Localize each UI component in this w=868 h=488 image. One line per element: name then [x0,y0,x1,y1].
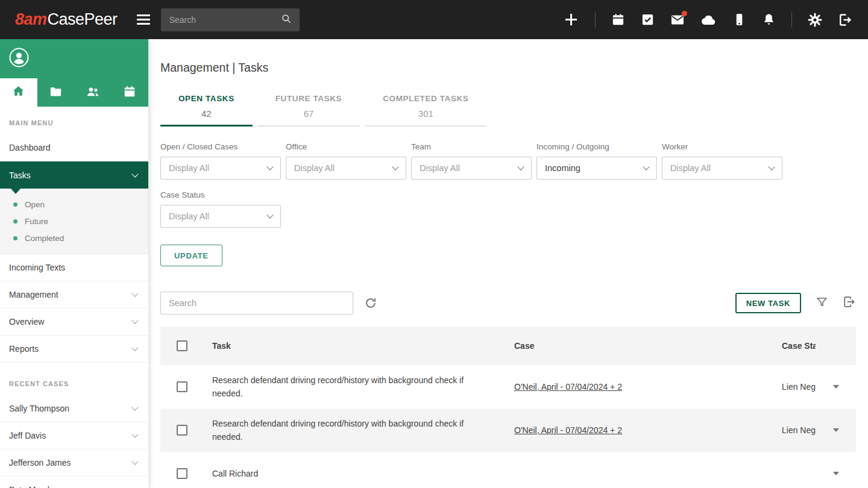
recent-case-sally-thompson[interactable]: Sally Thompson [0,395,148,422]
recent-case-pete-marsh[interactable]: Pete Marsh [0,477,148,488]
recent-case-jeff-davis[interactable]: Jeff Davis [0,422,148,449]
row-checkbox[interactable] [177,468,187,479]
chevron-down-icon [392,163,398,170]
case-status-cell: Lien Negotiation [782,382,816,392]
list-toolbar: NEW TASK [160,292,856,314]
mail-notification-dot [682,11,687,16]
header-case: Case [514,341,782,351]
app-logo[interactable]: 8am CasePeer [15,10,118,29]
tasks-check-icon[interactable] [641,13,655,27]
recent-case-label: Sally Thompson [9,404,69,413]
table-row: Research defendant driving record/histor… [160,408,856,452]
row-checkbox[interactable] [177,381,187,392]
chevron-down-icon [131,404,138,410]
task-search-input[interactable] [160,292,353,314]
bell-icon[interactable] [762,13,776,27]
global-search-input[interactable] [168,14,280,25]
select-all-checkbox[interactable] [177,340,187,351]
sidebar-item-label: Incoming Texts [9,263,65,272]
sidebar-item-overview[interactable]: Overview [0,308,148,336]
filter-incoming-outgoing: Incoming / Outgoing Incoming [536,142,657,180]
bullet-dot-icon [13,202,17,207]
contacts-nav[interactable] [74,78,112,107]
new-task-button[interactable]: NEW TASK [735,293,801,313]
sidebar-quick-nav [0,78,148,107]
tab-open-tasks[interactable]: OPEN TASKS 42 [160,89,253,127]
select-value: Display All [670,163,711,173]
filter-label: Incoming / Outgoing [536,142,657,151]
divider [791,12,792,28]
case-cell: O'Neil, April - 07/04/2024 + 2 [514,425,782,435]
sidebar-header [0,39,148,107]
filter-office: Office Display All [286,142,406,180]
add-new-icon[interactable] [563,11,579,28]
tab-count: 301 [418,108,433,119]
sidebar-item-dashboard[interactable]: Dashboard [0,134,148,161]
calendar-icon [123,85,136,101]
select-value: Display All [169,163,209,173]
tab-label: OPEN TASKS [178,94,234,103]
logo-casepeer: CasePeer [48,10,118,29]
active-pointer-triangle [11,189,20,194]
row-checkbox-cell [160,468,212,479]
row-checkbox[interactable] [177,425,187,436]
user-avatar-icon[interactable] [9,48,29,70]
sidebar-item-tasks[interactable]: Tasks [0,161,148,189]
table-header-row: Task Case Case Status [160,327,856,365]
filter-open-closed-cases: Open / Closed Cases Display All [160,142,281,180]
task-tabs: OPEN TASKS 42 FUTURE TASKS 67 COMPLETED … [160,89,856,127]
search-icon[interactable] [280,13,292,27]
chevron-down-icon [131,170,138,177]
global-search[interactable] [161,8,300,31]
table-row: Research defendant driving record/histor… [160,365,856,408]
chevron-down-icon [131,317,138,324]
cloud-icon[interactable] [700,11,717,28]
calendar-icon[interactable] [611,13,625,27]
tab-completed-tasks[interactable]: COMPLETED TASKS 301 [365,89,486,127]
bullet-dot-icon [13,219,17,224]
hamburger-menu-icon[interactable] [137,14,150,25]
calendar-nav[interactable] [112,78,149,107]
tab-future-tasks[interactable]: FUTURE TASKS 67 [257,89,360,127]
case-link[interactable]: O'Neil, April - 07/04/2024 + 2 [514,425,622,435]
filters-row-1: Open / Closed Cases Display All Office D… [160,142,856,180]
chevron-down-icon [131,344,138,351]
case-link[interactable]: O'Neil, April - 07/04/2024 + 2 [514,382,622,392]
cases-nav[interactable] [37,78,75,107]
sidebar-item-label: Dashboard [9,143,51,152]
sidebar-item-management[interactable]: Management [0,281,148,308]
update-button[interactable]: UPDATE [160,245,222,266]
row-checkbox-cell [160,381,212,392]
row-dropdown-caret-icon[interactable] [833,385,839,389]
filter-label: Office [286,142,406,151]
filters-row-2: Case Status Display All [160,190,856,228]
sidebar-item-incoming-texts[interactable]: Incoming Texts [0,254,148,281]
mobile-icon[interactable] [732,13,746,27]
app-window: 8am CasePeer [0,0,868,488]
sidebar-item-label: Reports [9,344,39,354]
row-dropdown-caret-icon[interactable] [833,472,839,475]
office-select[interactable]: Display All [286,157,406,180]
incoming-outgoing-select[interactable]: Incoming [536,157,657,180]
team-select[interactable]: Display All [411,157,532,180]
filter-funnel-icon[interactable] [816,296,828,311]
home-nav[interactable] [0,78,37,107]
sub-item-label: Completed [25,234,64,243]
sidebar-item-tasks-future[interactable]: Future [0,213,148,230]
recent-case-jefferson-james[interactable]: Jefferson James [0,449,148,477]
gear-icon[interactable] [808,13,822,27]
sidebar-item-reports[interactable]: Reports [0,336,148,363]
sign-out-icon[interactable] [838,13,852,27]
sidebar-item-tasks-completed[interactable]: Completed [0,230,148,246]
row-dropdown-caret-icon[interactable] [833,428,839,432]
open-closed-cases-select[interactable]: Display All [160,157,281,180]
export-icon[interactable] [843,295,856,311]
folder-icon [49,84,63,101]
case-status-select[interactable]: Display All [160,205,281,228]
select-value: Display All [420,163,460,173]
refresh-icon[interactable] [364,296,377,310]
worker-select[interactable]: Display All [662,157,782,180]
sidebar-item-tasks-open[interactable]: Open [0,196,148,213]
chevron-down-icon [131,458,138,465]
mail-icon[interactable] [670,13,685,27]
